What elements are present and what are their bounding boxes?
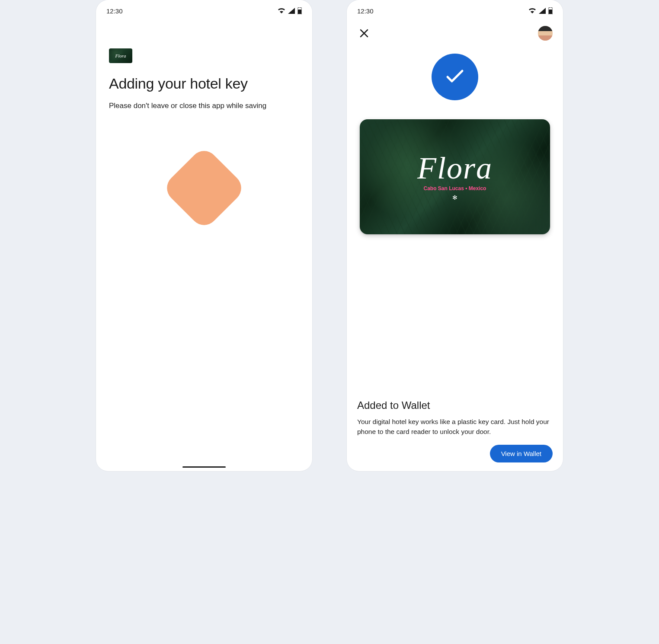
status-icons (278, 7, 302, 14)
phone-screen-added: 12:30 Flora Cabo San Lucas • Mexico ✻ Ad… (347, 0, 563, 471)
header-bar (347, 18, 563, 41)
added-content: Flora Cabo San Lucas • Mexico ✻ (347, 41, 563, 234)
added-section: Added to Wallet Your digital hotel key w… (347, 399, 563, 437)
wifi-icon (278, 8, 285, 14)
battery-icon (548, 7, 553, 14)
hotel-location: Cabo San Lucas • Mexico (424, 185, 486, 191)
adding-subtitle: Please don't leave or close this app whi… (109, 102, 299, 110)
battery-icon (298, 7, 302, 14)
status-bar: 12:30 (347, 0, 563, 18)
status-icons (528, 7, 553, 14)
close-icon (360, 29, 368, 38)
phone-screen-adding: 12:30 Flora Adding your hotel key Please… (96, 0, 312, 471)
adding-content: Flora Adding your hotel key Please don't… (96, 18, 312, 218)
checkmark-icon (444, 68, 466, 86)
status-time: 12:30 (357, 7, 374, 15)
mini-card-brand: Flora (115, 53, 126, 58)
adding-title: Adding your hotel key (109, 75, 299, 92)
svg-rect-0 (298, 10, 301, 14)
status-time: 12:30 (106, 7, 123, 15)
status-bar: 12:30 (96, 0, 312, 18)
loader-container (109, 158, 299, 218)
wifi-icon (528, 8, 536, 14)
added-description: Your digital hotel key works like a plas… (357, 417, 553, 437)
success-badge (432, 54, 478, 100)
hotel-mini-card: Flora (109, 48, 132, 63)
hotel-brand-logo: Flora (417, 153, 493, 184)
avatar-image (538, 26, 553, 41)
added-title: Added to Wallet (357, 399, 553, 411)
cellular-icon (288, 8, 295, 14)
loader-spinner-icon (161, 145, 247, 231)
cellular-icon (539, 8, 546, 14)
close-button[interactable] (357, 26, 371, 40)
spark-icon: ✻ (452, 194, 457, 201)
profile-avatar[interactable] (538, 26, 553, 41)
svg-rect-1 (549, 10, 552, 14)
home-indicator[interactable] (182, 466, 226, 468)
hotel-key-card: Flora Cabo San Lucas • Mexico ✻ (360, 119, 550, 234)
view-in-wallet-button[interactable]: View in Wallet (490, 445, 553, 462)
